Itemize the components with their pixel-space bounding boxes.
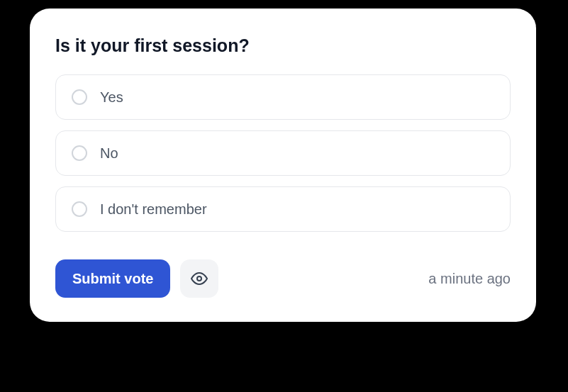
poll-timestamp: a minute ago xyxy=(428,271,511,287)
poll-option-no[interactable]: No xyxy=(55,130,511,176)
eye-icon xyxy=(191,270,208,287)
poll-option-yes[interactable]: Yes xyxy=(55,74,511,120)
radio-icon xyxy=(72,89,87,105)
svg-point-0 xyxy=(197,276,201,281)
radio-icon xyxy=(72,201,87,217)
preview-button[interactable] xyxy=(180,259,218,298)
poll-options: Yes No I don't remember xyxy=(55,74,511,232)
submit-vote-button[interactable]: Submit vote xyxy=(55,259,170,298)
poll-option-label: No xyxy=(100,145,118,162)
poll-option-label: I don't remember xyxy=(100,201,207,218)
poll-footer: Submit vote a minute ago xyxy=(55,259,511,298)
poll-card: Is it your first session? Yes No I don't… xyxy=(30,9,536,322)
radio-icon xyxy=(72,145,87,161)
poll-option-label: Yes xyxy=(100,89,123,106)
poll-question: Is it your first session? xyxy=(55,35,511,56)
poll-option-dont-remember[interactable]: I don't remember xyxy=(55,186,511,232)
